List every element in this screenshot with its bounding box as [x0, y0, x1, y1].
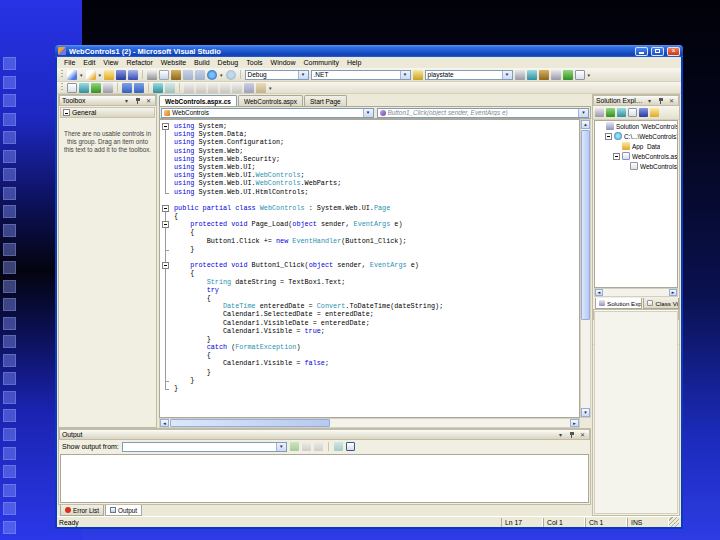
- document-tab-webcontrols-aspx[interactable]: WebControls.aspx: [238, 95, 303, 106]
- toggle-word-wrap-icon[interactable]: [346, 442, 355, 451]
- navigate-back-icon[interactable]: [207, 70, 217, 80]
- tab-output[interactable]: Output: [105, 505, 142, 516]
- scroll-up-icon[interactable]: ▲: [581, 120, 590, 129]
- new-project-icon[interactable]: [67, 70, 77, 80]
- code-line[interactable]: using System.Web.UI.WebControls;: [174, 171, 579, 179]
- collapse-region-icon[interactable]: [162, 221, 169, 228]
- copy-icon[interactable]: [159, 70, 169, 80]
- tree-item-webcontrols-aspx[interactable]: WebControls.aspx: [595, 151, 677, 161]
- show-output-from-combo[interactable]: ▼: [122, 442, 287, 452]
- scroll-right-icon[interactable]: ►: [669, 289, 677, 296]
- chevron-down-icon[interactable]: ▼: [578, 109, 588, 117]
- menu-tools[interactable]: Tools: [242, 59, 266, 66]
- copy-web-site-icon[interactable]: [650, 108, 659, 117]
- code-text[interactable]: using System;using System.Data;using Sys…: [174, 122, 579, 392]
- code-line[interactable]: Calendar1.Visible = false;: [174, 359, 579, 367]
- code-line[interactable]: String dateString = TextBox1.Text;: [174, 278, 579, 286]
- document-tab-webcontrols-aspx-cs[interactable]: WebControls.aspx.cs: [159, 95, 237, 106]
- parameter-info-icon[interactable]: [103, 83, 113, 93]
- previous-bookmark-folder-icon[interactable]: [220, 83, 230, 93]
- command-window-toolbar-icon[interactable]: [575, 70, 585, 80]
- chevron-down-icon[interactable]: ▼: [298, 71, 308, 79]
- close-button[interactable]: ×: [667, 47, 680, 56]
- chevron-down-icon[interactable]: ▼: [502, 71, 512, 79]
- code-line[interactable]: {: [174, 269, 579, 277]
- code-line[interactable]: using System.Web.Security;: [174, 155, 579, 163]
- view-designer-icon[interactable]: [639, 108, 648, 117]
- toolbox-toolbar-icon[interactable]: [551, 70, 561, 80]
- code-line[interactable]: {: [174, 294, 579, 302]
- solution-explorer-toolbar-icon[interactable]: [515, 70, 525, 80]
- toolbar-overflow-icon[interactable]: ▾: [269, 85, 272, 91]
- navigate-forward-icon[interactable]: [226, 70, 236, 80]
- clear-all-bookmarks-icon[interactable]: [256, 83, 266, 93]
- solution-configuration-combo[interactable]: Debug ▼: [245, 70, 309, 80]
- toggle-bookmark-icon[interactable]: [184, 83, 194, 93]
- menu-website[interactable]: Website: [157, 59, 190, 66]
- code-line[interactable]: using System.Web.UI.HtmlControls;: [174, 188, 579, 196]
- code-line[interactable]: using System.Web.UI.WebControls.WebParts…: [174, 179, 579, 187]
- code-line[interactable]: try: [174, 286, 579, 294]
- maximize-button[interactable]: [651, 47, 664, 56]
- add-item-icon[interactable]: [86, 70, 96, 80]
- vertical-scroll-thumb[interactable]: [581, 130, 590, 320]
- collapse-icon[interactable]: [613, 153, 620, 160]
- go-to-previous-message-icon[interactable]: [302, 442, 311, 451]
- code-line[interactable]: Calendar1.VisibleDate = enteredDate;: [174, 319, 579, 327]
- tab-error-list[interactable]: Error List: [60, 505, 104, 516]
- tree-item-webcontrols-aspx-cs[interactable]: WebControls.aspx.cs: [595, 161, 677, 171]
- find-combo[interactable]: playstate ▼: [425, 70, 513, 80]
- code-line[interactable]: {: [174, 212, 579, 220]
- menu-debug[interactable]: Debug: [214, 59, 243, 66]
- word-completion-icon[interactable]: [79, 83, 89, 93]
- chevron-down-icon[interactable]: ▼: [276, 443, 286, 451]
- toolbox-group-general[interactable]: General: [60, 107, 155, 118]
- tab-solution-explorer[interactable]: Solution Explorer: [595, 298, 642, 309]
- open-file-icon[interactable]: [104, 70, 114, 80]
- close-icon[interactable]: ✕: [667, 97, 676, 105]
- decrease-indent-icon[interactable]: [122, 83, 132, 93]
- collapse-region-icon[interactable]: [162, 262, 169, 269]
- code-line[interactable]: using System.Web;: [174, 147, 579, 155]
- scroll-down-icon[interactable]: ▼: [581, 408, 590, 417]
- nest-related-files-icon[interactable]: [617, 108, 626, 117]
- tree-item-c-webcontrols1[interactable]: C:\...\WebControls1\: [595, 131, 677, 141]
- member-list-icon[interactable]: [67, 83, 77, 93]
- clear-all-icon[interactable]: [334, 442, 343, 451]
- uncomment-icon[interactable]: [165, 83, 175, 93]
- toolbar-grip[interactable]: [61, 70, 63, 79]
- outlining-margin[interactable]: [160, 120, 174, 417]
- editor-vertical-scrollbar[interactable]: ▲ ▼: [580, 119, 591, 418]
- code-line[interactable]: }: [174, 335, 579, 343]
- window-position-icon[interactable]: ▾: [645, 97, 654, 105]
- window-titlebar[interactable]: WebControls1 (2) - Microsoft Visual Stud…: [55, 45, 683, 57]
- code-line[interactable]: using System.Web.UI;: [174, 163, 579, 171]
- solution-explorer-horizontal-scrollbar[interactable]: ◄ ►: [594, 288, 678, 297]
- code-line[interactable]: }: [174, 384, 579, 392]
- tree-item-solution-webcontrols1-2-1-project[interactable]: Solution 'WebControls1 (2)' (1 project): [595, 121, 677, 131]
- toolbar-grip[interactable]: [61, 83, 63, 92]
- code-line[interactable]: }: [174, 245, 579, 253]
- document-tab-start-page[interactable]: Start Page: [304, 95, 347, 106]
- menu-community[interactable]: Community: [300, 59, 343, 66]
- code-line[interactable]: }: [174, 368, 579, 376]
- menu-view[interactable]: View: [99, 59, 122, 66]
- chevron-down-icon[interactable]: ▼: [400, 71, 410, 79]
- menu-edit[interactable]: Edit: [79, 59, 99, 66]
- minimize-button[interactable]: [635, 47, 648, 56]
- collapse-icon[interactable]: [63, 109, 70, 116]
- redo-icon[interactable]: [195, 70, 205, 80]
- code-line[interactable]: Calendar1.SelectedDate = enteredDate;: [174, 310, 579, 318]
- view-code-icon[interactable]: [628, 108, 637, 117]
- auto-hide-pin-icon[interactable]: [567, 431, 576, 439]
- next-bookmark-folder-icon[interactable]: [232, 83, 242, 93]
- toolbar-overflow-icon[interactable]: ▾: [588, 72, 591, 78]
- menu-file[interactable]: File: [60, 59, 79, 66]
- tree-item-app-data[interactable]: App_Data: [595, 141, 677, 151]
- comment-icon[interactable]: [153, 83, 163, 93]
- code-line[interactable]: {: [174, 228, 579, 236]
- code-line[interactable]: public partial class WebControls : Syste…: [174, 204, 579, 212]
- object-browser-toolbar-icon[interactable]: [539, 70, 549, 80]
- scroll-left-icon[interactable]: ◄: [160, 419, 169, 427]
- menu-window[interactable]: Window: [267, 59, 300, 66]
